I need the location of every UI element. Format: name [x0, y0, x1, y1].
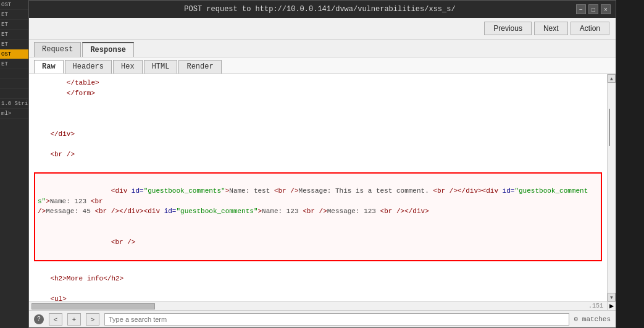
code-line: [34, 284, 602, 295]
action-button[interactable]: Action: [571, 22, 609, 35]
sidebar-item-2: ET: [0, 20, 28, 30]
code-panel[interactable]: </table> </form> </div> <br /> <div id="…: [29, 74, 607, 301]
tab-html[interactable]: HTML: [144, 60, 178, 74]
window-controls: − □ ×: [576, 4, 611, 14]
code-line: [34, 119, 602, 129]
tab-request[interactable]: Request: [34, 42, 81, 57]
sidebar-item-9: [0, 89, 28, 99]
sidebar: OST ET ET ET ET OST ET 1.0 Stri ml>: [0, 0, 28, 328]
sidebar-item-11: ml>: [0, 109, 28, 119]
match-count: 0 matches: [574, 316, 611, 323]
tab-render[interactable]: Render: [178, 60, 221, 74]
sidebar-item-0: OST: [0, 0, 28, 10]
title-bar: POST request to http://10.0.0.141/dvwa/v…: [29, 1, 616, 18]
h-scroll-thumb[interactable]: [31, 303, 155, 309]
status-bar: ? < + > 0 matches: [29, 310, 616, 327]
scroll-down-arrow[interactable]: ▼: [608, 293, 616, 301]
code-line: <ul>: [34, 294, 602, 301]
content-area: </table> </form> </div> <br /> <div id="…: [29, 74, 616, 301]
code-line: <h2>More info</h2>: [34, 274, 602, 284]
sidebar-item-1: ET: [0, 10, 28, 20]
scroll-thumb[interactable]: [609, 109, 610, 146]
help-icon[interactable]: ?: [34, 314, 44, 324]
code-line: [34, 139, 602, 149]
maximize-button[interactable]: □: [588, 4, 598, 14]
horizontal-scrollbar[interactable]: .151 ▶: [29, 301, 616, 310]
tab-hex[interactable]: Hex: [113, 60, 143, 74]
code-line: [34, 264, 602, 274]
close-button[interactable]: ×: [601, 4, 611, 14]
code-line: <br />: [34, 149, 602, 160]
scroll-up-arrow[interactable]: ▲: [608, 74, 616, 83]
highlighted-line-2: <br />: [38, 227, 598, 258]
prev-match-button[interactable]: <: [49, 313, 62, 326]
search-input[interactable]: [104, 313, 569, 326]
code-line: [34, 159, 602, 170]
inner-tab-bar: Raw Headers Hex HTML Render: [29, 57, 616, 74]
outer-tab-bar: Request Response: [29, 40, 616, 57]
highlight-box: <div id="guestbook_comments">Name: test …: [34, 172, 602, 261]
add-match-button[interactable]: +: [67, 313, 81, 326]
tab-raw[interactable]: Raw: [34, 60, 64, 74]
minimize-button[interactable]: −: [576, 4, 586, 14]
code-line: </div>: [34, 129, 602, 140]
main-window: POST request to http://10.0.0.141/dvwa/v…: [28, 0, 616, 328]
code-line: </form>: [34, 88, 602, 99]
previous-button[interactable]: Previous: [484, 22, 532, 35]
vertical-scrollbar[interactable]: ▲ ▼: [607, 74, 616, 301]
sidebar-item-4: ET: [0, 40, 28, 49]
code-line: [34, 109, 602, 119]
code-line: [34, 98, 602, 109]
code-line: </table>: [34, 78, 602, 88]
sidebar-item-10: 1.0 Stri: [0, 99, 28, 109]
tab-response[interactable]: Response: [82, 42, 134, 57]
sidebar-item-8: [0, 79, 28, 89]
window-title: POST request to http://10.0.0.141/dvwa/v…: [64, 5, 576, 14]
sidebar-item-7: [0, 69, 28, 79]
sidebar-item-5-active: OST: [0, 49, 28, 59]
next-button[interactable]: Next: [534, 22, 568, 35]
sidebar-item-6: ET: [0, 59, 28, 69]
highlighted-line-1: <div id="guestbook_comments">Name: test …: [38, 176, 598, 227]
h-scroll-right-arrow[interactable]: ▶: [607, 301, 616, 311]
tab-headers[interactable]: Headers: [65, 60, 112, 74]
toolbar: Previous Next Action: [29, 18, 616, 40]
next-match-button[interactable]: >: [86, 313, 99, 326]
right-label: .151: [588, 303, 603, 309]
sidebar-item-3: ET: [0, 30, 28, 40]
